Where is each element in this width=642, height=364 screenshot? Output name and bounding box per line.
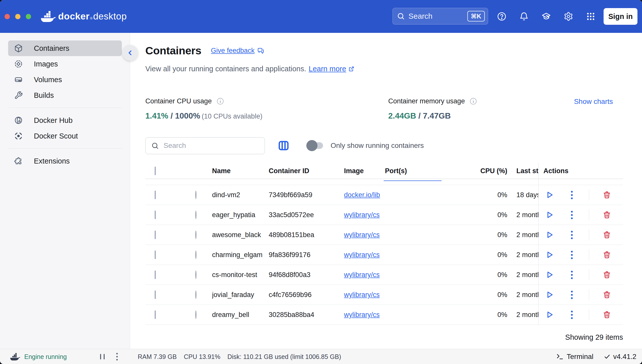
container-name: jovial_faraday [212,291,269,299]
sidebar-item-label: Docker Hub [34,116,73,125]
notifications-button[interactable] [513,5,535,28]
row-checkbox[interactable] [155,310,156,319]
actions-divider [589,249,589,260]
image-link[interactable]: wylibrary/cs [344,271,380,279]
container-search[interactable] [145,137,265,154]
sidebar-item-volumes[interactable]: Volumes [8,72,122,87]
row-checkbox[interactable] [155,251,156,259]
sidebar-item-extensions[interactable]: Extensions [8,153,122,169]
memory-usage-label: Container memory usage [388,97,465,105]
sidebar-item-docker-scout[interactable]: Docker Scout [8,128,122,144]
sidebar-item-label: Builds [34,91,54,100]
resource-stats: Container CPU usage 1.41% / 1000%(10 CPU… [145,96,623,129]
running-only-toggle[interactable] [307,142,323,149]
memory-usage-value: 2.44GB / 7.47GB [388,111,477,121]
select-all-checkbox[interactable] [155,167,156,175]
row-checkbox[interactable] [155,191,156,199]
delete-container-button[interactable] [597,207,617,222]
pause-engine-button[interactable] [100,349,105,364]
kebab-menu-icon [571,251,573,259]
content-area: Containers Images Volumes Builds Docker … [0,33,642,349]
container-search-input[interactable] [163,141,265,150]
start-container-button[interactable] [538,287,561,302]
delete-container-button[interactable] [597,287,617,302]
start-container-button[interactable] [538,307,561,322]
clipped-table-row [145,179,623,185]
table-row[interactable]: charming_elgam 9fa836f99176 wylibrary/cs… [145,245,623,265]
apps-menu-button[interactable] [580,5,602,28]
container-id-column-header[interactable]: Container ID [269,167,344,175]
settings-button[interactable] [557,5,580,28]
info-icon[interactable] [469,97,477,105]
row-actions-menu-button[interactable] [561,287,583,302]
start-container-button[interactable] [538,187,561,202]
start-container-button[interactable] [538,267,561,282]
container-id: 9fa836f99176 [269,251,344,259]
delete-container-button[interactable] [597,267,617,282]
trash-icon [603,310,611,319]
sign-in-button[interactable]: Sign in [604,8,637,25]
image-link[interactable]: docker.io/lib [344,191,380,199]
logo-wordmark: docker®desktop [58,11,127,22]
zoom-window-button[interactable] [26,14,31,19]
close-window-button[interactable] [5,14,10,19]
sidebar-item-builds[interactable]: Builds [8,87,122,103]
image-column-header[interactable]: Image [344,167,385,175]
minimize-window-button[interactable] [15,14,20,19]
global-search-input[interactable] [408,12,467,21]
play-icon [545,251,554,259]
show-charts-link[interactable]: Show charts [574,98,613,106]
sidebar-item-images[interactable]: Images [8,56,122,72]
name-column-header[interactable]: Name [212,167,269,175]
sidebar-item-containers[interactable]: Containers [8,40,122,56]
row-actions-menu-button[interactable] [561,227,583,242]
global-search[interactable]: ⌘K [393,8,488,25]
table-row[interactable]: dind-vm2 7349bf669a59 docker.io/lib 0% 1… [145,185,623,205]
row-checkbox[interactable] [155,290,156,299]
table-row[interactable]: awesome_black 489b08151bea wylibrary/cs … [145,225,623,245]
row-checkbox[interactable] [155,231,156,239]
cpu-usage-stat: Container CPU usage 1.41% / 1000%(10 CPU… [145,96,262,121]
image-link[interactable]: wylibrary/cs [344,291,380,299]
table-row[interactable]: jovial_faraday c4fc76569b96 wylibrary/cs… [145,285,623,305]
give-feedback-link[interactable]: Give feedback [211,47,265,55]
kebab-menu-icon [571,291,573,299]
cpu-column-header[interactable]: CPU (%) [466,167,507,175]
row-actions-menu-button[interactable] [561,187,583,202]
delete-container-button[interactable] [597,307,617,322]
table-row[interactable]: dreamy_bell 30285ba88ba4 wylibrary/cs 0%… [145,305,623,325]
row-actions-menu-button[interactable] [561,267,583,282]
engine-options-button[interactable] [116,349,118,364]
row-actions-menu-button[interactable] [561,247,583,262]
delete-container-button[interactable] [597,187,617,202]
start-container-button[interactable] [538,207,561,222]
terminal-button[interactable]: Terminal [556,349,593,364]
engine-status[interactable]: Engine running [24,349,67,364]
start-container-button[interactable] [538,247,561,262]
row-actions-menu-button[interactable] [561,307,583,322]
learning-center-button[interactable] [535,5,557,28]
image-link[interactable]: wylibrary/cs [344,311,380,318]
row-checkbox[interactable] [155,211,156,219]
help-button[interactable] [491,5,513,28]
image-link[interactable]: wylibrary/cs [344,231,380,239]
learn-more-link[interactable]: Learn more [309,65,346,73]
table-row[interactable]: eager_hypatia 33ac5d0572ee wylibrary/cs … [145,205,623,225]
row-checkbox[interactable] [155,270,156,279]
image-link[interactable]: wylibrary/cs [344,251,380,259]
column-settings-button[interactable] [278,140,290,152]
table-row[interactable]: cs-monitor-test 94f68d8f00a3 wylibrary/c… [145,265,623,285]
image-link[interactable]: wylibrary/cs [344,211,380,219]
row-actions-menu-button[interactable] [561,207,583,222]
sidebar-item-label: Containers [34,44,69,53]
sidebar-item-label: Extensions [34,157,70,165]
delete-container-button[interactable] [597,247,617,262]
start-container-button[interactable] [538,227,561,242]
last-started-column-header[interactable]: Last started [507,167,538,175]
sidebar-item-docker-hub[interactable]: Docker Hub [8,112,122,128]
collapse-sidebar-button[interactable] [122,45,138,61]
ports-column-header[interactable]: Port(s) [385,167,466,175]
version-indicator[interactable]: v4.41.2 [604,349,636,364]
info-icon[interactable] [216,97,224,105]
delete-container-button[interactable] [597,227,617,242]
